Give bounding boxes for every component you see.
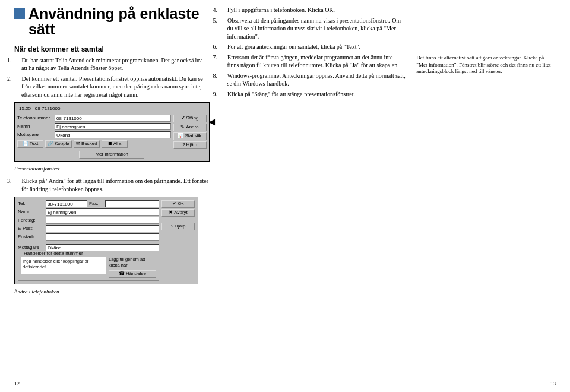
mer-info-button[interactable]: Mer information (79, 151, 144, 159)
steps-list-2: 4. Fyll i uppgifterna i telefonboken. Kl… (220, 6, 406, 98)
dialog1-title: 15.25 : 08-7131000 (17, 105, 207, 113)
alla-button[interactable]: ≣Alla (102, 140, 128, 148)
stats-icon: 📊 (178, 133, 183, 140)
d2-postadr-label: Postadr: (18, 234, 44, 241)
subheading: När det kommer ett samtal (14, 45, 210, 54)
step-1: 1. Du har startat Telia Attend och minim… (14, 56, 210, 72)
d2-tel-label: Tel: (18, 201, 44, 207)
telnr-field[interactable]: 08-7131000 (55, 115, 171, 122)
mott-field[interactable]: Okänd (55, 131, 171, 138)
phone-icon: ☎ (119, 271, 125, 277)
footer-rule-right (297, 381, 556, 381)
caption-1: Presentationsfönstret (14, 165, 210, 172)
handelse-button[interactable]: ☎Händelse (109, 270, 156, 278)
title-square-icon (14, 8, 25, 19)
message-icon: ✉ (76, 141, 80, 147)
andra-button[interactable]: ✎Ändra (173, 124, 207, 131)
page-title: Användning på enklaste sätt (14, 6, 210, 37)
all-icon: ≣ (108, 141, 112, 147)
page-number-right: 13 (550, 380, 556, 387)
check-icon: ✔ (181, 115, 185, 122)
steps-list-1b: 3. Klicka på "Ändra" för att lägga till … (14, 177, 210, 193)
step-2: 2. Det kommer ett samtal. Presentationsf… (14, 75, 210, 99)
d2-namn-label: Namn: (18, 209, 44, 216)
events-textarea[interactable]: Inga händelser eller kopplingar är defin… (21, 257, 106, 274)
d2-epost-label: E-Post: (18, 226, 44, 232)
d2-foretag-field[interactable] (46, 217, 159, 224)
step-3: 3. Klicka på "Ändra" för att lägga till … (14, 177, 210, 193)
d2-help-button[interactable]: ?Hjälp (162, 223, 195, 230)
events-group: Händelser för detta nummer Inga händelse… (18, 254, 159, 281)
help-icon: ? (182, 142, 185, 148)
presentation-dialog: 15.25 : 08-7131000 Telefonnummer 08-7131… (14, 102, 210, 162)
step-8: 8. Windows-programmet Anteckningar öppna… (220, 72, 406, 88)
d2-avbryt-button[interactable]: ✖Avbryt (162, 209, 195, 217)
namn-label: Namn (17, 124, 53, 130)
sidenote: Det finns ett alternativt sätt att göra … (416, 55, 556, 75)
koppla-button[interactable]: 🔗Koppla (45, 140, 72, 148)
d2-namn-field[interactable]: Ej namngiven (46, 208, 159, 216)
group-title: Händelser för detta nummer (22, 251, 85, 257)
telnr-label: Telefonnummer (17, 115, 53, 122)
caption-2: Ändra i telefonboken (14, 288, 210, 295)
d2-foretag-label: Företag: (18, 217, 44, 224)
edit-icon: ✎ (180, 124, 185, 131)
step-9: 9. Klicka på "Stäng" för att stänga pres… (220, 90, 406, 99)
d2-epost-field[interactable] (46, 225, 159, 232)
besked-button[interactable]: ✉Besked (74, 140, 100, 148)
d2-mott-label: Mottagare (18, 245, 44, 251)
d2-fax-field[interactable] (105, 200, 159, 207)
stang-button[interactable]: ✔Stäng (173, 115, 207, 122)
heading-text: Användning på enklaste sätt (28, 6, 210, 37)
step-7: 7. Eftersom det är första gången, meddel… (220, 53, 406, 69)
d2-tel-field[interactable]: 08-7131000 (46, 200, 87, 207)
page-number-left: 12 (14, 380, 20, 387)
add-hint: Lägg till genom att klicka här (109, 257, 156, 268)
arrow-icon: ◄ (207, 115, 217, 129)
cancel-icon: ✖ (169, 210, 173, 216)
d2-postadr-field[interactable] (46, 233, 159, 241)
step-4: 4. Fyll i uppgifterna i telefonboken. Kl… (220, 6, 406, 14)
step-5: 5. Observera att den påringandes namn nu… (220, 17, 406, 41)
d2-ok-button[interactable]: ✔Ok (162, 200, 195, 208)
text-icon: 📄 (23, 141, 28, 147)
check-icon: ✔ (172, 201, 176, 207)
step-6: 6. För att göra anteckningar om samtalet… (220, 43, 406, 51)
namn-field[interactable]: Ej namngiven (55, 123, 171, 130)
help-button[interactable]: ?Hjälp (173, 141, 207, 149)
d2-fax-label: Fax: (89, 201, 103, 207)
mott-label: Mottagare (17, 132, 53, 138)
edit-dialog: Tel: 08-7131000 Fax: Namn: Ej namngiven … (14, 197, 198, 284)
link-icon: 🔗 (48, 141, 53, 147)
help-icon: ? (171, 223, 173, 230)
stat-button[interactable]: 📊Statistik (173, 132, 207, 140)
steps-list-1: 1. Du har startat Telia Attend och minim… (14, 56, 210, 99)
text-button[interactable]: 📄Text (17, 140, 43, 148)
footer-rule-left (14, 381, 273, 381)
